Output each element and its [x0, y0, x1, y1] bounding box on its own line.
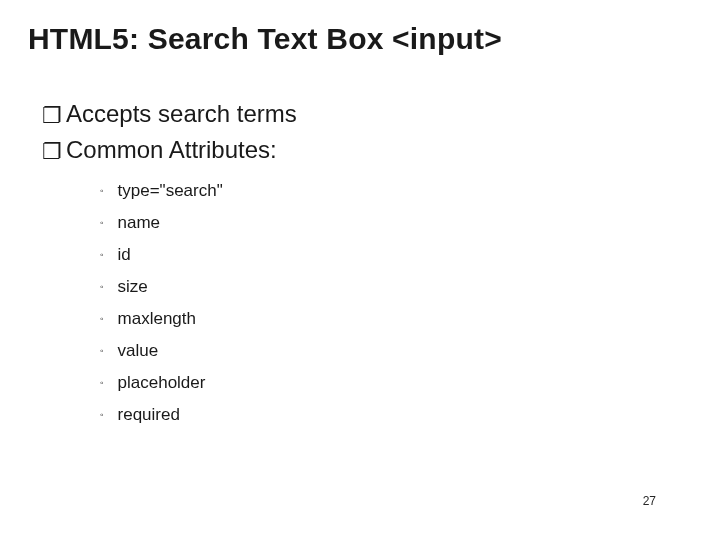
bullet-icon: ◦: [100, 314, 104, 324]
sub-list: ◦ type="search" ◦ name ◦ id ◦ size ◦ max…: [42, 182, 692, 423]
bullet-text: name: [118, 214, 161, 231]
bullet-text: type="search": [118, 182, 223, 199]
bullet-text: value: [118, 342, 159, 359]
list-item: ◦ name: [100, 214, 692, 231]
bullet-text: Accepts search terms: [66, 97, 297, 132]
list-item: ◦ size: [100, 278, 692, 295]
bullet-icon: ◦: [100, 378, 104, 388]
bullet-icon: ◦: [100, 218, 104, 228]
list-item: ❐ Accepts search terms: [42, 97, 692, 132]
list-item: ◦ id: [100, 246, 692, 263]
list-item: ◦ type="search": [100, 182, 692, 199]
bullet-text: id: [118, 246, 131, 263]
bullet-icon: ◦: [100, 346, 104, 356]
list-item: ◦ placeholder: [100, 374, 692, 391]
bullet-icon: ❐: [42, 100, 62, 132]
list-item: ◦ required: [100, 406, 692, 423]
bullet-icon: ◦: [100, 186, 104, 196]
bullet-text: placeholder: [118, 374, 206, 391]
bullet-icon: ◦: [100, 250, 104, 260]
slide: HTML5: Search Text Box <input> ❐ Accepts…: [0, 0, 720, 540]
list-item: ◦ maxlength: [100, 310, 692, 327]
bullet-icon: ◦: [100, 410, 104, 420]
slide-title: HTML5: Search Text Box <input>: [28, 22, 692, 57]
bullet-text: size: [118, 278, 148, 295]
list-item: ◦ value: [100, 342, 692, 359]
bullet-text: maxlength: [118, 310, 196, 327]
bullet-icon: ◦: [100, 282, 104, 292]
slide-body: ❐ Accepts search terms ❐ Common Attribut…: [28, 97, 692, 424]
bullet-text: required: [118, 406, 180, 423]
page-number: 27: [643, 494, 656, 508]
list-item: ❐ Common Attributes:: [42, 133, 692, 168]
bullet-text: Common Attributes:: [66, 133, 277, 168]
bullet-icon: ❐: [42, 136, 62, 168]
